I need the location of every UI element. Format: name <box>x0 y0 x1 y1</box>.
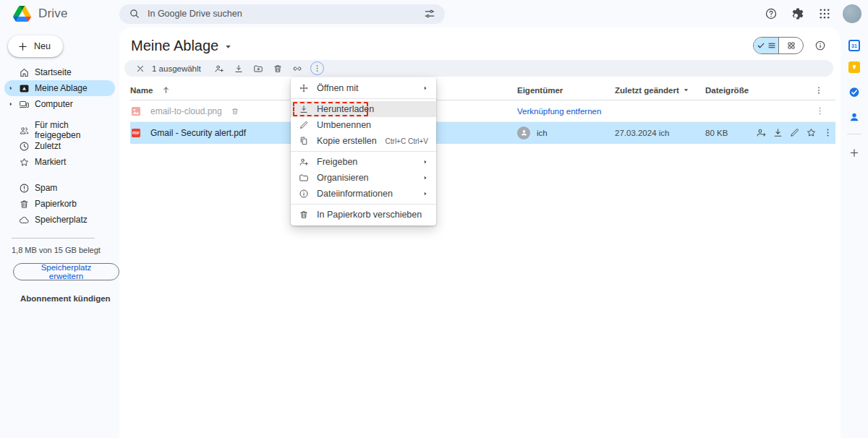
tasks-button[interactable] <box>848 86 861 98</box>
move-to-folder-button[interactable] <box>249 60 268 77</box>
more-vertical-icon[interactable] <box>814 106 825 116</box>
more-actions-button[interactable] <box>310 61 324 75</box>
submenu-arrow-icon <box>422 191 428 197</box>
menu-item-share[interactable]: Freigeben <box>291 154 436 170</box>
tasks-icon <box>848 86 861 98</box>
close-icon <box>135 64 145 74</box>
rename-pen-icon[interactable] <box>789 127 800 138</box>
info-icon <box>814 40 826 51</box>
delete-button[interactable] <box>268 60 288 77</box>
details-button[interactable] <box>814 40 826 51</box>
submenu-arrow-icon <box>422 175 428 181</box>
keyboard-shortcut: Ctrl+C Ctrl+V <box>386 137 428 145</box>
expand-arrow-icon[interactable] <box>7 85 14 91</box>
drive-logo[interactable]: Drive <box>0 6 119 22</box>
menu-separator <box>291 98 436 99</box>
sort-ascending-icon <box>161 85 171 95</box>
link-icon <box>292 64 302 74</box>
expand-storage-button[interactable]: Speicherplatz erweitern <box>13 263 119 280</box>
drive-icon <box>19 83 30 94</box>
owner-avatar <box>517 126 530 139</box>
menu-item-open-with[interactable]: Öffnen mit <box>291 80 436 96</box>
folder-icon <box>299 173 309 183</box>
help-icon <box>765 7 778 20</box>
grid-view-button[interactable] <box>778 38 803 53</box>
cancel-subscription-link[interactable]: Abonnement kündigen <box>20 294 111 303</box>
trashed-indicator-icon <box>231 107 239 116</box>
table-row-selected[interactable]: PDF Gmail - Security alert.pdf ich 27.03… <box>130 122 835 144</box>
people-icon <box>19 125 30 136</box>
more-vertical-icon[interactable] <box>822 127 833 138</box>
plus-icon <box>17 41 28 52</box>
download-button[interactable] <box>229 60 249 77</box>
star-icon[interactable] <box>806 127 817 138</box>
owner-name: ich <box>537 129 548 137</box>
search-filter-icon[interactable] <box>424 8 435 20</box>
list-view-button[interactable] <box>754 38 778 53</box>
calendar-button[interactable]: 31 <box>848 40 860 51</box>
sidebar-item-spam[interactable]: Spam <box>4 180 115 196</box>
sidebar-item-startseite[interactable]: Startseite <box>4 64 115 80</box>
table-row[interactable]: email-to-cloud.png Verknüpfung entfernen <box>130 100 835 122</box>
column-header-owner[interactable]: Eigentümer <box>517 86 615 95</box>
copy-link-button[interactable] <box>288 60 307 77</box>
sidebar-item-papierkorb[interactable]: Papierkorb <box>4 196 115 212</box>
remove-shortcut-link[interactable]: Verknüpfung entfernen <box>517 107 601 116</box>
bulb-icon <box>851 64 858 71</box>
help-button[interactable] <box>762 5 780 22</box>
file-table: Name Eigentümer Zuletzt geändert Dateigr… <box>130 80 835 144</box>
download-icon <box>299 104 309 114</box>
cloud-icon <box>19 215 30 226</box>
search-input[interactable] <box>148 9 417 19</box>
menu-item-move-to-trash[interactable]: In Papierkorb verschieben <box>291 207 436 223</box>
title-dropdown-icon[interactable] <box>224 42 233 51</box>
sidebar-item-speicherplatz[interactable]: Speicherplatz <box>4 212 115 228</box>
rename-pen-icon <box>299 120 309 130</box>
sidebar-item-computer[interactable]: Computer <box>4 96 115 112</box>
grid-view-icon <box>787 41 796 50</box>
get-addons-button[interactable] <box>849 147 860 158</box>
keep-button[interactable] <box>848 61 860 73</box>
file-size: 80 KB <box>705 129 756 137</box>
new-button[interactable]: Neu <box>8 35 63 57</box>
main-header: Meine Ablage <box>119 27 841 58</box>
trash-icon <box>19 199 30 210</box>
expand-arrow-icon[interactable] <box>7 101 14 107</box>
side-panel-strip: 31 <box>841 27 868 438</box>
clear-selection-button[interactable] <box>130 60 150 77</box>
menu-item-download[interactable]: Herunterladen <box>291 101 436 117</box>
sidebar-item-markiert[interactable]: Markiert <box>4 154 115 170</box>
page-title[interactable]: Meine Ablage <box>131 38 233 54</box>
table-header-row: Name Eigentümer Zuletzt geändert Dateigr… <box>130 80 835 100</box>
sidebar-item-meine-ablage[interactable]: Meine Ablage <box>4 80 115 96</box>
column-header-more[interactable] <box>756 85 835 95</box>
column-header-modified[interactable]: Zuletzt geändert <box>615 86 705 95</box>
apps-grid-button[interactable] <box>816 5 833 22</box>
calendar-icon: 31 <box>848 40 860 51</box>
download-icon[interactable] <box>773 127 783 138</box>
gear-icon <box>791 7 804 20</box>
menu-item-make-copy[interactable]: Kopie erstellen Ctrl+C Ctrl+V <box>291 133 436 149</box>
open-with-icon <box>299 83 309 93</box>
settings-button[interactable] <box>789 5 807 22</box>
trash-icon <box>273 64 283 74</box>
menu-item-rename[interactable]: Umbenennen <box>291 117 436 133</box>
selection-toolbar: 1 ausgewählt <box>124 60 833 77</box>
person-add-icon[interactable] <box>756 127 767 138</box>
sidebar-item-zuletzt[interactable]: Zuletzt <box>4 138 115 154</box>
plus-icon <box>849 147 860 158</box>
sidebar-item-freigegeben[interactable]: Für mich freigegeben <box>4 122 115 138</box>
menu-item-file-info[interactable]: Dateiinformationen <box>291 186 436 202</box>
search-icon <box>129 8 140 20</box>
contacts-button[interactable] <box>848 111 860 123</box>
menu-separator <box>291 151 436 152</box>
menu-item-organize[interactable]: Organisieren <box>291 170 436 186</box>
app-name: Drive <box>38 7 68 21</box>
share-button[interactable] <box>210 60 229 77</box>
column-header-size[interactable]: Dateigröße <box>705 86 756 95</box>
spam-icon <box>19 183 30 194</box>
user-avatar[interactable] <box>843 4 861 23</box>
check-icon <box>757 41 765 50</box>
file-name: Gmail - Security alert.pdf <box>150 128 246 138</box>
search-bar[interactable] <box>119 4 445 24</box>
